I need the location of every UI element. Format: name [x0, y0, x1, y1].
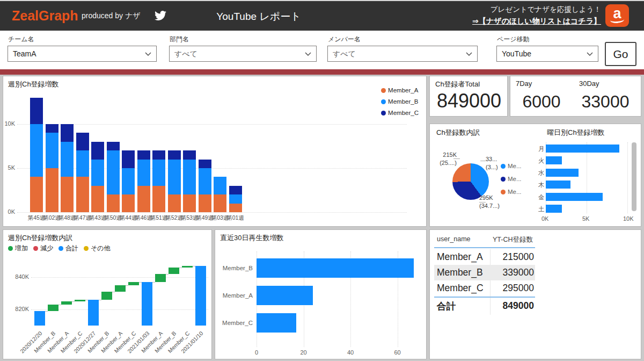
stacked-bar-segment[interactable]: [61, 177, 74, 212]
legend-item[interactable]: Me...: [501, 176, 522, 182]
stacked-bar-segment[interactable]: [152, 186, 165, 212]
chevron-down-icon[interactable]: [587, 52, 593, 56]
amazon-icon[interactable]: a: [605, 4, 629, 27]
stacked-bar-segment[interactable]: [91, 142, 104, 160]
table-row[interactable]: Member_C 295000: [434, 280, 535, 296]
chevron-down-icon[interactable]: [305, 52, 311, 56]
stacked-bar-segment[interactable]: [122, 168, 135, 194]
total-divider: [434, 297, 535, 298]
stacked-bar-segment[interactable]: [76, 177, 89, 212]
wishlist-link[interactable]: ⇒【ナザのほしい物リストはコチラ】: [472, 17, 601, 26]
legend-item[interactable]: Member_B: [381, 98, 419, 105]
stacked-bar-segment[interactable]: [107, 150, 120, 194]
stacked-bar-segment[interactable]: [61, 142, 74, 177]
waterfall-increase-bar[interactable]: [182, 266, 193, 268]
legend-item[interactable]: Member_C: [381, 110, 419, 116]
waterfall-total-bar[interactable]: [142, 282, 152, 326]
department-dropdown[interactable]: すべて: [169, 46, 317, 62]
stacked-bar-segment[interactable]: [168, 194, 181, 212]
stacked-bar-segment[interactable]: [46, 168, 58, 212]
stacked-bar-segment[interactable]: [91, 186, 104, 212]
table-row[interactable]: Member_B 339000: [434, 265, 535, 280]
stacked-bar-segment[interactable]: [76, 133, 89, 150]
go-button[interactable]: Go: [605, 42, 636, 66]
twitter-icon[interactable]: [154, 10, 167, 21]
stacked-bar-segment[interactable]: [46, 133, 58, 168]
views-bar[interactable]: [257, 258, 414, 278]
stacked-bar-segment[interactable]: [152, 150, 165, 159]
waterfall-increase-bar[interactable]: [61, 301, 72, 305]
stacked-bar-segment[interactable]: [168, 150, 181, 159]
waterfall-increase-bar[interactable]: [128, 282, 139, 285]
table-header-subscribers[interactable]: YT-CH登録数: [481, 235, 533, 244]
stacked-bar-segment[interactable]: [137, 150, 150, 159]
stacked-bar-segment[interactable]: [30, 98, 43, 124]
stacked-bar-segment[interactable]: [46, 124, 58, 133]
legend-dot: [381, 111, 386, 115]
weekday-bar[interactable]: [546, 156, 562, 164]
stacked-bar-segment[interactable]: [76, 150, 89, 177]
team-dropdown[interactable]: TeamA: [8, 46, 157, 62]
stacked-bar-segment[interactable]: [214, 194, 226, 212]
stacked-bar-segment[interactable]: [168, 160, 181, 195]
stacked-bar-segment[interactable]: [107, 194, 120, 212]
waterfall-increase-bar[interactable]: [75, 300, 85, 301]
stacked-bar-segment[interactable]: [107, 142, 120, 150]
scrollbar[interactable]: [632, 142, 636, 211]
views-bar[interactable]: [257, 313, 296, 333]
stacked-bar-segment[interactable]: [30, 124, 43, 177]
member-dropdown[interactable]: すべて: [327, 46, 478, 62]
stacked-bar-segment[interactable]: [183, 194, 196, 212]
stacked-bar-segment[interactable]: [229, 194, 242, 203]
waterfall-increase-bar[interactable]: [169, 268, 179, 274]
waterfall-increase-bar[interactable]: [48, 305, 58, 311]
table-header-user-name[interactable]: user_name: [437, 235, 471, 243]
table-row[interactable]: Member_A 215000: [434, 249, 535, 265]
weekday-bar[interactable]: [546, 205, 562, 213]
legend-item[interactable]: Member_A: [381, 87, 419, 93]
legend-item[interactable]: その他: [84, 244, 111, 253]
legend-item[interactable]: 合計: [58, 244, 78, 253]
dropdown-value: すべて: [174, 49, 197, 59]
stacked-bar-segment[interactable]: [122, 150, 135, 168]
stacked-bar-segment[interactable]: [137, 160, 150, 186]
promo-block: プレゼントでナザを応援しよう！ ⇒【ナザのほしい物リストはコチラ】: [472, 5, 601, 26]
stacked-bar-segment[interactable]: [183, 150, 196, 159]
stacked-bar-segment[interactable]: [199, 194, 211, 212]
stacked-bar-segment[interactable]: [199, 160, 211, 168]
stacked-bar-segment[interactable]: [61, 124, 74, 142]
produced-by-text: produced by ナザ: [82, 11, 141, 21]
panel-7day-30day-card: 7Day 30Day 6000 33000: [510, 76, 641, 117]
legend-item[interactable]: Me...: [501, 189, 522, 195]
legend-item[interactable]: 増加: [8, 244, 28, 253]
stacked-bar-segment[interactable]: [30, 177, 43, 212]
stacked-bar-segment[interactable]: [91, 160, 104, 186]
stacked-bar-segment[interactable]: [137, 186, 150, 212]
waterfall-total-bar[interactable]: [88, 300, 99, 326]
stacked-bar-segment[interactable]: [183, 160, 196, 195]
waterfall-increase-bar[interactable]: [115, 285, 126, 292]
stacked-bar-segment[interactable]: [122, 194, 135, 212]
waterfall-total-bar[interactable]: [195, 266, 206, 326]
waterfall-total-bar[interactable]: [34, 311, 45, 326]
chevron-down-icon[interactable]: [145, 52, 151, 56]
category-label: 水: [538, 169, 545, 177]
weekday-bar[interactable]: [546, 193, 603, 201]
table-total-row[interactable]: 合計 849000: [434, 298, 535, 314]
waterfall-increase-bar[interactable]: [101, 292, 112, 300]
weekday-bar[interactable]: [546, 169, 579, 177]
views-bar[interactable]: [257, 286, 313, 305]
page-dropdown[interactable]: YouTube: [496, 46, 598, 62]
stacked-bar-segment[interactable]: [199, 168, 211, 194]
chevron-down-icon[interactable]: [466, 52, 472, 56]
legend-item[interactable]: 減少: [33, 244, 53, 253]
weekday-bar[interactable]: [546, 180, 570, 189]
stacked-bar-segment[interactable]: [152, 160, 165, 186]
stacked-bar-segment[interactable]: [214, 177, 226, 194]
accent-divider: [0, 69, 644, 75]
stacked-bar-segment[interactable]: [229, 204, 242, 212]
weekday-bar[interactable]: [546, 145, 619, 153]
waterfall-increase-bar[interactable]: [155, 274, 166, 282]
stacked-bar-segment[interactable]: [229, 186, 242, 194]
legend-item[interactable]: Me...: [501, 163, 522, 169]
